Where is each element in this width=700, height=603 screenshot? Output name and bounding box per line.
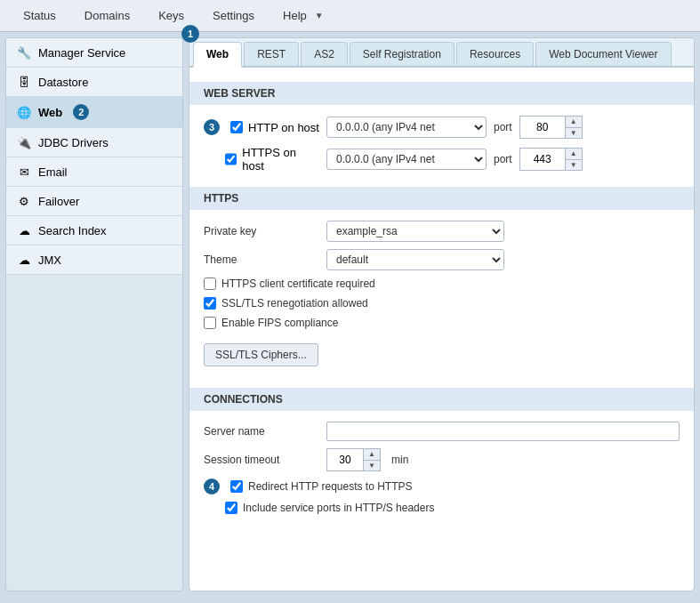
fips-checkbox[interactable] (204, 317, 216, 329)
sidebar-item-jmx[interactable]: JMX (6, 245, 182, 275)
failover-icon (17, 194, 31, 208)
tab-as2[interactable]: AS2 (301, 42, 348, 66)
sidebar-item-web[interactable]: Web 2 (6, 97, 182, 128)
sidebar-label-failover: Failover (38, 195, 79, 208)
theme-select[interactable]: default (326, 249, 504, 270)
http-port-box: ▲ ▼ (519, 116, 583, 139)
http-port-spinners: ▲ ▼ (565, 117, 582, 138)
bottom-checks: 4 Redirect HTTP requests to HTTPS Includ… (204, 478, 680, 514)
badge-2: 2 (73, 104, 89, 120)
sidebar-item-manager-service[interactable]: Manager Service (6, 38, 182, 68)
https-port-input[interactable] (520, 149, 565, 170)
email-icon (17, 165, 31, 179)
badge-3: 3 (204, 119, 220, 135)
tab-resources[interactable]: Resources (456, 42, 534, 66)
server-name-row: Server name (204, 422, 680, 441)
http-port-input[interactable] (520, 117, 565, 138)
https-port-spinners: ▲ ▼ (565, 149, 582, 170)
connections-section: CONNECTIONS Server name Session timeout … (204, 388, 680, 514)
ssl-tls-label: SSL/TLS renegotiation allowed (221, 297, 368, 310)
sidebar-item-email[interactable]: Email (6, 157, 182, 187)
sidebar-item-datastore[interactable]: Datastore (6, 68, 182, 97)
session-timeout-box: ▲ ▼ (326, 448, 381, 471)
https-port-box: ▲ ▼ (519, 148, 583, 171)
tab-rest[interactable]: REST (244, 42, 299, 66)
manager-service-icon (17, 45, 31, 60)
content-body: WEB SERVER 3 HTTP on host 0.0.0.0 (any I… (189, 68, 694, 591)
https-row: HTTPS on host 0.0.0.0 (any IPv4 net port… (204, 146, 680, 173)
include-ports-label: Include service ports in HTTP/S headers (243, 502, 434, 514)
http-ip-select[interactable]: 0.0.0.0 (any IPv4 net (326, 117, 487, 138)
https-label-group: HTTPS on host (204, 146, 319, 173)
session-timeout-label: Session timeout (204, 454, 319, 466)
badge-1: 1 (181, 25, 199, 43)
http-port-down[interactable]: ▼ (566, 127, 582, 138)
client-cert-row: HTTPS client certificate required (204, 277, 680, 290)
ssl-tls-row: SSL/TLS renegotiation allowed (204, 297, 680, 310)
tab-self-registration[interactable]: Self Registration (350, 42, 455, 66)
content-area: Web REST AS2 Self Registration Resources… (189, 37, 695, 591)
sidebar-item-failover[interactable]: Failover (6, 187, 182, 216)
nav-status[interactable]: Status (18, 5, 61, 26)
session-timeout-input[interactable] (327, 449, 363, 470)
client-cert-checkbox[interactable] (204, 277, 216, 290)
https-port-down[interactable]: ▼ (566, 159, 582, 170)
datastore-icon (17, 75, 31, 89)
badge-4: 4 (204, 478, 220, 494)
sidebar-item-jdbc[interactable]: JDBC Drivers (6, 128, 182, 157)
https-checkbox[interactable] (225, 153, 237, 165)
http-port-up[interactable]: ▲ (566, 117, 582, 127)
nav-keys[interactable]: Keys (153, 5, 189, 26)
tab-web[interactable]: Web (193, 42, 242, 68)
sidebar: Manager Service Datastore Web 2 JDBC Dri… (5, 37, 183, 591)
http-port-label: port (494, 121, 512, 133)
https-port-up[interactable]: ▲ (566, 149, 582, 159)
client-cert-label: HTTPS client certificate required (221, 277, 375, 290)
http-host-label: HTTP on host (248, 121, 319, 134)
sidebar-label-jmx: JMX (38, 253, 61, 267)
jmx-icon (17, 253, 31, 267)
sidebar-label-jdbc: JDBC Drivers (38, 136, 109, 149)
nav-settings[interactable]: Settings (207, 5, 260, 26)
session-timeout-down[interactable]: ▼ (364, 460, 380, 470)
https-section: HTTPS Private key example_rsa Theme defa… (204, 187, 680, 374)
server-name-label: Server name (204, 425, 319, 438)
sidebar-label-email: Email (38, 165, 68, 179)
tab-bar: Web REST AS2 Self Registration Resources… (189, 38, 694, 68)
session-timeout-spinners: ▲ ▼ (363, 449, 380, 470)
tab-web-doc-viewer[interactable]: Web Document Viewer (535, 42, 671, 66)
sidebar-label-web: Web (38, 106, 62, 119)
theme-row: Theme default (204, 249, 680, 270)
nav-help[interactable]: Help ▼ (278, 5, 324, 26)
fips-row: Enable FIPS compliance (204, 317, 680, 329)
nav-domains[interactable]: Domains (79, 5, 135, 26)
ssl-ciphers-button[interactable]: SSL/TLS Ciphers... (204, 343, 318, 366)
ssl-tls-checkbox[interactable] (204, 297, 216, 310)
session-timeout-up[interactable]: ▲ (364, 449, 380, 460)
sidebar-item-search-index[interactable]: Search Index (6, 216, 182, 245)
session-timeout-row: Session timeout ▲ ▼ min (204, 448, 680, 471)
http-label-group: 3 HTTP on host (204, 119, 319, 135)
http-checkbox[interactable] (230, 121, 243, 133)
include-ports-row: Include service ports in HTTP/S headers (225, 502, 680, 514)
server-name-input[interactable] (326, 422, 680, 441)
sidebar-label-search-index: Search Index (38, 224, 107, 237)
webserver-section-header: WEB SERVER (189, 82, 694, 105)
https-section-header: HTTPS (189, 187, 694, 210)
include-ports-checkbox[interactable] (225, 502, 237, 514)
redirect-label: Redirect HTTP requests to HTTPS (248, 480, 413, 493)
main-container: Manager Service Datastore Web 2 JDBC Dri… (0, 32, 700, 597)
sidebar-label-manager-service: Manager Service (38, 46, 125, 60)
web-icon (17, 105, 31, 119)
https-ip-select[interactable]: 0.0.0.0 (any IPv4 net (326, 149, 487, 170)
search-index-icon (17, 223, 31, 237)
fips-label: Enable FIPS compliance (221, 317, 338, 329)
private-key-select[interactable]: example_rsa (326, 221, 504, 242)
https-port-label: port (494, 153, 512, 165)
connections-section-header: CONNECTIONS (189, 388, 694, 411)
theme-label: Theme (204, 253, 319, 266)
https-host-label: HTTPS on host (242, 146, 319, 173)
private-key-row: Private key example_rsa (204, 221, 680, 242)
redirect-checkbox[interactable] (230, 480, 243, 493)
jdbc-icon (17, 135, 31, 149)
